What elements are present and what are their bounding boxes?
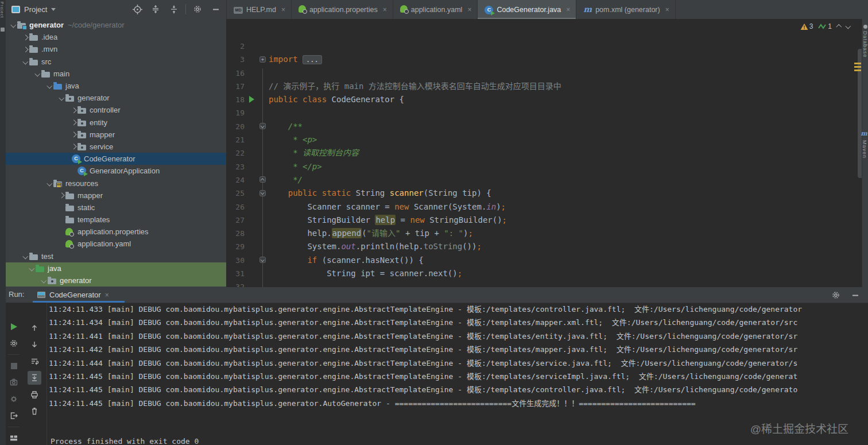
code-line-22[interactable]: 22 * 读取控制台内容 (226, 146, 862, 160)
warning-stripe-mark[interactable] (854, 69, 861, 71)
warning-group[interactable]: 3 (800, 22, 813, 30)
code-editor[interactable]: 23+import ...1617// 演示例子，执行 main 方法控制台输入… (226, 19, 862, 287)
fold-icon[interactable] (259, 190, 266, 196)
locate-icon[interactable] (130, 2, 144, 16)
code-line-29[interactable]: 29 System.out.println(help.toString()); (226, 240, 862, 253)
code-line-21[interactable]: 21 * <p> (226, 133, 862, 146)
thread-dump-icon[interactable] (7, 376, 21, 389)
inspection-widget[interactable]: 3 1 (800, 22, 850, 30)
chevron-down-icon[interactable] (40, 277, 48, 285)
soft-wrap-icon[interactable] (28, 354, 41, 368)
tree-item-templates[interactable]: templates (6, 214, 226, 226)
close-icon[interactable]: × (665, 6, 669, 14)
scroll-to-end-icon[interactable] (28, 371, 41, 385)
chevron-down-icon[interactable] (21, 57, 29, 65)
tab-HELP.md[interactable]: MDHELP.md× (227, 0, 292, 19)
chevron-down-icon[interactable] (45, 179, 53, 187)
code-line-20[interactable]: 20 /** (226, 120, 862, 133)
tree-item-entity[interactable]: entity (6, 117, 226, 129)
settings-icon[interactable] (829, 288, 843, 302)
toolwindow-button-database[interactable]: Database (862, 25, 868, 58)
tree-item-application.yaml[interactable]: application.yaml (6, 238, 226, 250)
chevron-right-icon[interactable] (69, 106, 78, 114)
run-tab[interactable]: CodeGenerator × (33, 288, 114, 301)
tree-item-.idea[interactable]: .idea (6, 31, 226, 43)
toolwindow-icon[interactable] (1, 28, 5, 32)
chevron-down-icon[interactable] (57, 94, 65, 102)
close-icon[interactable]: × (105, 291, 109, 299)
hide-icon[interactable] (209, 2, 223, 16)
chevron-down-icon[interactable] (9, 21, 17, 29)
chevron-right-icon[interactable] (57, 191, 65, 199)
clear-icon[interactable] (28, 404, 41, 418)
run-line-icon[interactable] (249, 96, 254, 103)
chevron-down-icon[interactable] (45, 82, 53, 90)
unfold-icon[interactable]: + (259, 56, 266, 63)
code-line-19[interactable]: 19 (226, 106, 862, 119)
exit-icon[interactable] (7, 409, 21, 423)
hide-icon[interactable] (848, 288, 862, 302)
tree-item-src[interactable]: src (6, 56, 226, 68)
code-line-2[interactable]: 2 (226, 40, 862, 53)
tab-application.properties[interactable]: application.properties× (292, 0, 393, 19)
tree-item-generator[interactable]: generator (6, 274, 226, 287)
tree-item-main[interactable]: main (6, 68, 226, 80)
code-line-24[interactable]: 24 */ (226, 173, 862, 187)
down-icon[interactable] (28, 338, 41, 351)
prev-problem-icon[interactable] (836, 25, 842, 30)
tree-item-GeneratorApplication[interactable]: CGeneratorApplication (6, 165, 226, 177)
code-line-26[interactable]: 26 Scanner scanner = new Scanner(System.… (226, 200, 862, 214)
code-line-32[interactable]: 32 (226, 280, 862, 287)
chevron-down-icon[interactable] (33, 69, 41, 78)
print-icon[interactable] (28, 388, 41, 401)
tree-item-resources[interactable]: resources (6, 177, 226, 189)
code-line-23[interactable]: 23 * </p> (226, 160, 862, 173)
project-tree[interactable]: generator~/code/generator.idea.mvnsrcmai… (6, 19, 226, 287)
code-line-31[interactable]: 31 String ipt = scanner.next(); (226, 267, 862, 280)
warning-stripe-mark[interactable] (854, 66, 861, 68)
tab-CodeGenerator.java[interactable]: CCodeGenerator.java× (478, 0, 576, 19)
tree-item-mapper[interactable]: mapper (6, 189, 226, 202)
tree-item-application.properties[interactable]: application.properties (6, 226, 226, 238)
tree-item-generator[interactable]: generator~/code/generator (6, 19, 226, 31)
tree-item-CodeGenerator[interactable]: CCodeGenerator (6, 153, 226, 165)
tab-application.yaml[interactable]: application.yaml× (393, 0, 478, 19)
warning-stripe-mark[interactable] (854, 63, 861, 64)
project-switcher[interactable]: Project (11, 3, 56, 15)
code-line-27[interactable]: 27 StringBuilder help = new StringBuilde… (226, 214, 862, 227)
chevron-right-icon[interactable] (69, 142, 78, 150)
close-icon[interactable]: × (467, 6, 471, 14)
code-line-25[interactable]: 25 public static String scanner(String t… (226, 187, 862, 200)
fold-icon[interactable] (259, 257, 266, 263)
run-icon[interactable] (7, 320, 21, 334)
tree-item-static[interactable]: static (6, 202, 226, 214)
chevron-right-icon[interactable] (21, 33, 29, 41)
code-line-16[interactable]: 16 (226, 67, 862, 80)
toolwindow-button-maven[interactable]: m Maven (861, 130, 868, 158)
fold-icon[interactable] (259, 123, 266, 129)
settings-icon[interactable] (7, 336, 21, 350)
close-icon[interactable]: × (281, 6, 285, 14)
tab-pom.xml-generator-[interactable]: mpom.xml (generator)× (576, 0, 675, 19)
close-icon[interactable]: × (383, 6, 387, 14)
console-output[interactable]: 11:24:11.433 [main] DEBUG com.baomidou.m… (49, 303, 868, 445)
code-line-17[interactable]: 17// 演示例子，执行 main 方法控制台输入模块表名回车自动生成对应项目目… (226, 80, 862, 93)
next-problem-icon[interactable] (845, 23, 850, 28)
build-icon[interactable] (7, 392, 21, 406)
collapse-all-icon[interactable] (167, 2, 181, 16)
tree-item-service[interactable]: service (6, 141, 226, 153)
chevron-right-icon[interactable] (69, 118, 78, 126)
code-line-28[interactable]: 28 help.append("请输入" + tip + ": "); (226, 227, 862, 240)
fold-end-icon[interactable] (259, 176, 266, 183)
code-line-3[interactable]: 3+import ... (226, 53, 862, 66)
chevron-down-icon[interactable] (28, 264, 36, 272)
settings-icon[interactable] (191, 2, 204, 16)
code-line-30[interactable]: 30 if (scanner.hasNext()) { (226, 254, 862, 267)
tree-item-test[interactable]: test (6, 250, 226, 262)
close-icon[interactable]: × (566, 6, 570, 14)
chevron-right-icon[interactable] (21, 45, 29, 53)
code-line-18[interactable]: 18public class CodeGenerator { (226, 93, 862, 106)
layout-icon[interactable] (7, 431, 21, 445)
tree-item-controller[interactable]: controller (6, 104, 226, 116)
chevron-down-icon[interactable] (21, 252, 29, 260)
